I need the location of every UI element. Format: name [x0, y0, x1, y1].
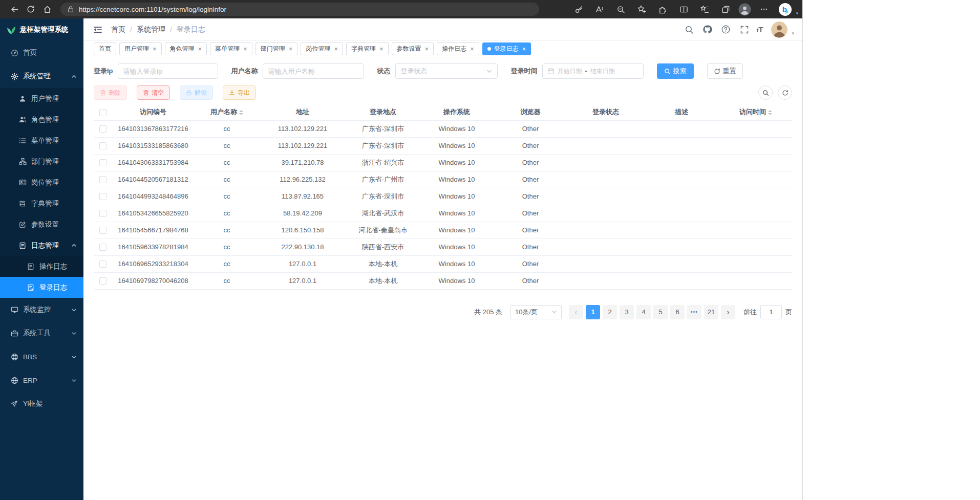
row-checkbox[interactable]	[99, 244, 106, 251]
unlock-button[interactable]: 解锁	[180, 85, 213, 100]
sidebar-item-user-mgmt[interactable]: 用户管理	[0, 88, 83, 109]
row-checkbox[interactable]	[99, 193, 106, 200]
breadcrumb-item[interactable]: 首页	[111, 25, 125, 34]
back-icon[interactable]	[6, 2, 23, 17]
more-pages-button[interactable]: •••	[687, 305, 701, 319]
page-button[interactable]: 5	[653, 305, 668, 319]
row-checkbox[interactable]	[99, 142, 106, 149]
browser-profile-avatar[interactable]	[738, 3, 751, 16]
search-toggle-button[interactable]	[758, 85, 773, 100]
tab-close-icon[interactable]: ×	[289, 46, 293, 52]
menu-fold-icon[interactable]	[93, 25, 102, 34]
row-checkbox[interactable]	[99, 159, 106, 166]
split-screen-icon[interactable]	[675, 2, 692, 17]
reset-button[interactable]: 重置	[707, 63, 743, 79]
row-checkbox[interactable]	[99, 210, 106, 217]
tab-close-icon[interactable]: ×	[334, 46, 338, 52]
favorite-add-icon[interactable]	[633, 2, 650, 17]
tab-role-mgmt[interactable]: 角色管理×	[165, 42, 207, 55]
tab-login-log[interactable]: 登录日志×	[482, 42, 531, 55]
goto-page-input[interactable]	[760, 305, 782, 319]
tab-param-settings[interactable]: 参数设置×	[392, 42, 434, 55]
tab-close-icon[interactable]: ×	[522, 46, 526, 52]
sidebar-item-erp[interactable]: ERP	[0, 368, 83, 392]
fullscreen-icon[interactable]	[738, 24, 751, 36]
tab-menu-mgmt[interactable]: 菜单管理×	[210, 42, 252, 55]
sidebar-item-role-mgmt[interactable]: 角色管理	[0, 109, 83, 130]
sidebar-item-oper-log[interactable]: 操作日志	[0, 256, 83, 277]
read-aloud-icon[interactable]	[591, 2, 608, 17]
sidebar-item-log-mgmt[interactable]: 日志管理	[0, 235, 83, 256]
sidebar-item-menu-mgmt[interactable]: 菜单管理	[0, 130, 83, 151]
tab-close-icon[interactable]: ×	[153, 46, 157, 52]
sidebar-item-dept-mgmt[interactable]: 部门管理	[0, 151, 83, 172]
help-icon[interactable]	[720, 24, 732, 36]
prev-page-button[interactable]: ‹	[569, 305, 583, 319]
login-ip-input[interactable]	[118, 63, 218, 79]
column-header[interactable]: 用户名称	[194, 104, 260, 120]
status-select[interactable]: 登录状态	[395, 63, 498, 79]
sidebar-item-yi-framework[interactable]: Yi框架	[0, 392, 83, 416]
font-size-icon[interactable]: tT	[757, 25, 763, 34]
username-input[interactable]	[263, 63, 364, 79]
page-button[interactable]: 4	[636, 305, 651, 319]
tab-home[interactable]: 首页	[94, 42, 116, 55]
tab-close-icon[interactable]: ×	[198, 46, 202, 52]
search-icon[interactable]	[683, 24, 695, 36]
tab-oper-log[interactable]: 操作日志×	[437, 42, 479, 55]
sidebar-item-system-mgmt[interactable]: 系统管理	[0, 64, 83, 88]
sidebar-item-login-log[interactable]: 登录日志	[0, 277, 83, 298]
page-button[interactable]: 6	[670, 305, 685, 319]
tab-close-icon[interactable]: ×	[379, 46, 384, 52]
next-page-button[interactable]: ›	[721, 305, 735, 319]
address-bar[interactable]: https://ccnetcore.com:1101/system/log/lo…	[60, 3, 539, 16]
page-button[interactable]: 2	[603, 305, 617, 319]
date-range-picker[interactable]: 开始日期 - 结束日期	[542, 63, 644, 79]
row-checkbox[interactable]	[99, 176, 106, 183]
page-size-select[interactable]: 10条/页	[510, 305, 562, 319]
row-checkbox[interactable]	[99, 125, 106, 133]
site-info-icon[interactable]	[67, 6, 74, 13]
row-checkbox[interactable]	[99, 260, 106, 268]
column-header[interactable]: 访问时间	[719, 104, 792, 120]
sidebar-item-post-mgmt[interactable]: 岗位管理	[0, 172, 83, 193]
extensions-icon[interactable]	[654, 2, 671, 17]
row-checkbox[interactable]	[99, 277, 106, 285]
tab-user-mgmt[interactable]: 用户管理×	[119, 42, 162, 55]
bing-copilot-icon[interactable]: b	[777, 2, 793, 17]
tab-dict-mgmt[interactable]: 字典管理×	[346, 42, 389, 55]
tab-post-mgmt[interactable]: 岗位管理×	[301, 42, 343, 55]
refresh-table-button[interactable]	[778, 85, 792, 100]
breadcrumb-item[interactable]: 系统管理	[137, 25, 165, 34]
delete-button[interactable]: 删除	[94, 85, 127, 100]
favorites-icon[interactable]	[696, 2, 713, 17]
page-button[interactable]: 3	[620, 305, 634, 319]
user-avatar[interactable]	[771, 21, 787, 38]
tab-close-icon[interactable]: ×	[470, 46, 474, 52]
row-checkbox[interactable]	[99, 227, 106, 234]
sidebar-item-system-tools[interactable]: 系统工具	[0, 321, 83, 345]
browser-more-icon[interactable]	[756, 2, 772, 17]
sidebar-item-system-monitor[interactable]: 系统监控	[0, 298, 83, 321]
refresh-icon[interactable]	[23, 2, 39, 17]
export-button[interactable]: 导出	[223, 85, 256, 100]
search-button[interactable]: 搜索	[657, 63, 694, 79]
sidebar-item-param-settings[interactable]: 参数设置	[0, 214, 83, 235]
sidebar-item-home[interactable]: 首页	[0, 41, 83, 64]
sort-carets-icon[interactable]	[768, 108, 772, 117]
password-key-icon[interactable]	[570, 2, 587, 17]
sidebar-item-bbs[interactable]: BBS	[0, 345, 83, 368]
page-button[interactable]: 21	[704, 305, 718, 319]
sidebar-item-dict-mgmt[interactable]: 字典管理	[0, 193, 83, 214]
zoom-out-icon[interactable]	[612, 2, 629, 17]
select-all-checkbox[interactable]	[99, 109, 106, 116]
home-icon[interactable]	[39, 2, 55, 17]
tab-close-icon[interactable]: ×	[243, 46, 247, 52]
clear-button[interactable]: 清空	[137, 85, 170, 100]
tab-dept-mgmt[interactable]: 部门管理×	[255, 42, 298, 55]
sort-carets-icon[interactable]	[239, 108, 243, 117]
collections-icon[interactable]	[717, 2, 734, 17]
tab-close-icon[interactable]: ×	[425, 46, 429, 52]
github-icon[interactable]	[701, 24, 714, 36]
page-button[interactable]: 1	[586, 305, 600, 319]
